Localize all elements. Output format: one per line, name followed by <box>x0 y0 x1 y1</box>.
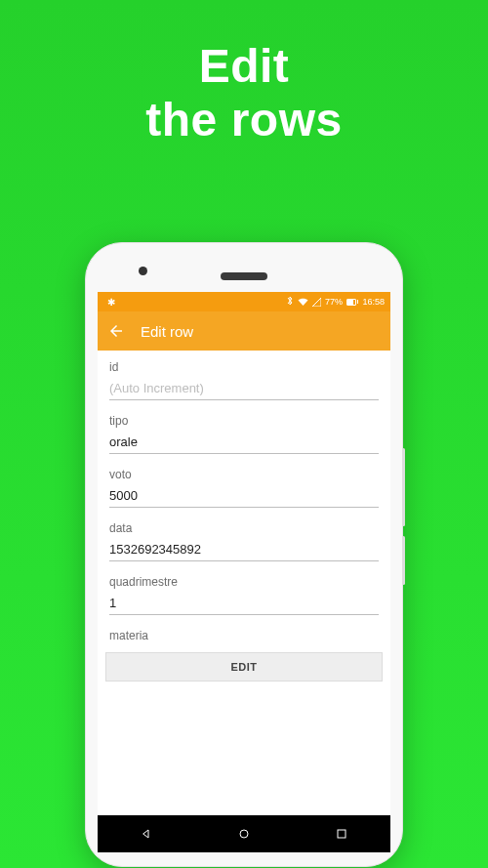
svg-point-0 <box>240 830 248 838</box>
phone-speaker <box>221 272 267 280</box>
field-data: data <box>98 512 390 565</box>
field-materia: materia <box>98 619 390 642</box>
app-bar: Edit row <box>98 311 390 351</box>
status-bar: ✱ 77% 16:58 <box>98 292 390 311</box>
tipo-input[interactable] <box>109 432 379 454</box>
id-input[interactable] <box>109 378 379 400</box>
field-label: materia <box>109 629 379 642</box>
app-bar-title: Edit row <box>141 323 193 340</box>
promo-line-2: the rows <box>0 93 488 146</box>
clock: 16:58 <box>362 297 385 307</box>
status-app-icon: ✱ <box>107 297 115 308</box>
phone-frame: ✱ 77% 16:58 Edit row id <box>85 242 403 867</box>
nav-back-icon[interactable] <box>139 826 154 842</box>
back-arrow-icon[interactable] <box>107 322 125 340</box>
battery-icon <box>346 299 359 306</box>
nav-home-icon[interactable] <box>236 826 252 842</box>
edit-button[interactable]: EDIT <box>105 652 383 682</box>
signal-icon <box>312 298 321 307</box>
field-label: id <box>109 360 379 374</box>
field-voto: voto <box>98 458 390 512</box>
phone-screen: ✱ 77% 16:58 Edit row id <box>98 292 390 852</box>
battery-percent: 77% <box>325 297 343 307</box>
field-label: quadrimestre <box>109 575 379 589</box>
data-input[interactable] <box>109 539 379 561</box>
field-quadrimestre: quadrimestre <box>98 565 390 619</box>
phone-side-button <box>402 536 405 585</box>
wifi-icon <box>298 298 308 307</box>
phone-side-button <box>402 448 405 526</box>
field-label: data <box>109 521 379 535</box>
form-area: id tipo voto data quadrimestre materia <box>98 351 390 807</box>
promo-heading: Edit the rows <box>0 0 488 146</box>
field-tipo: tipo <box>98 404 390 458</box>
field-label: tipo <box>109 414 379 428</box>
field-id: id <box>98 351 390 404</box>
quadrimestre-input[interactable] <box>109 593 379 615</box>
promo-line-1: Edit <box>0 39 488 93</box>
voto-input[interactable] <box>109 485 379 508</box>
svg-rect-1 <box>338 830 346 838</box>
nav-recent-icon[interactable] <box>334 826 349 842</box>
phone-camera-dot <box>139 267 147 275</box>
android-nav-bar <box>98 815 390 852</box>
bluetooth-icon <box>286 296 294 308</box>
field-label: voto <box>109 468 379 481</box>
